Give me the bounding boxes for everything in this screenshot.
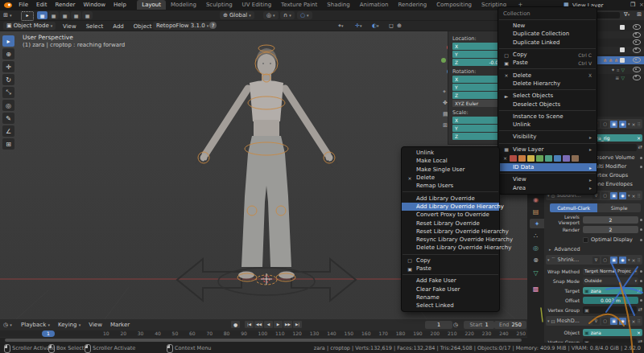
use-preview-range-icon[interactable]: ◷ [453,322,458,328]
modifier-viewport-toggle-icon[interactable]: ▣ [610,257,617,264]
jump-to-end-button[interactable]: ▶| [293,321,302,328]
mode-option-2[interactable]: ▦ [48,11,59,19]
frame-start-field[interactable]: Start1 [464,321,494,329]
move-tool-icon[interactable]: ✛ [2,61,14,72]
menu-item-view-layer[interactable]: ▦View Layer▸ [498,146,597,154]
advanced-section[interactable]: ▸Advanced [546,245,642,253]
clear-icon[interactable]: × [637,135,641,141]
wrap-method-dropdown[interactable]: Target Normal Projec▾ [583,268,638,275]
remove-view-layer-icon[interactable]: × [639,2,644,8]
modifier-edit-toggle-icon[interactable]: ∇ [592,318,600,325]
color-tag-swatch[interactable] [554,155,561,162]
blender-logo[interactable] [3,2,12,9]
modifier-extras-icon[interactable]: ▾ [628,257,630,262]
workspace-tab-animation[interactable]: Animation [355,0,394,10]
menu-item-paste[interactable]: ▣Paste [402,265,499,273]
shrinkwrap-vgroup-field[interactable]: ▣ [583,306,637,314]
color-tag-swatch[interactable] [510,155,517,162]
modifier-drag-icon[interactable]: ⠿ [638,257,641,263]
workspace-tab-layout[interactable]: Layout [137,0,166,10]
catmull-clark-button[interactable]: Catmull-Clark [550,203,597,212]
viewport-menu-select[interactable]: Select [86,23,104,30]
workspace-tab-uv-editing[interactable]: UV Editing [237,0,277,10]
menu-item-area[interactable]: Area▸ [498,183,597,191]
visibility-eye-icon[interactable] [633,57,641,63]
timeline-editor-icon[interactable]: ◷ ▾ [3,322,12,328]
modifier-cage-toggle-icon[interactable]: ▢ [601,121,609,128]
select-box-tool-icon[interactable]: ▸ [2,35,14,47]
meshdeform-modifier-header[interactable]: ▾⊡ MeshD... ∇▢▣◉ ▾×⠿ [546,316,642,326]
menu-item-new[interactable]: New [498,22,597,30]
gizmo-toggle-icon[interactable]: ⌖▾ [338,23,343,29]
visibility-eye-icon[interactable] [633,39,641,45]
menu-item-select-objects[interactable]: ►Select Objects [498,92,597,100]
pivot-dropdown[interactable]: ◎▾ [263,11,279,19]
menu-item-deselect-objects[interactable]: Deselect Objects [498,100,597,108]
menu-item-instance-to-scene[interactable]: Instance to Scene [498,113,597,121]
menu-item-id-data[interactable]: ID Data▸ [498,163,597,171]
modifier-edit-toggle-icon[interactable]: ∇ [592,257,600,264]
topbar-menu-window[interactable]: Window [79,0,109,10]
levels-viewport-field[interactable]: 2 [583,216,638,224]
ortho-toggle-icon[interactable]: ⊞ [443,122,448,129]
menu-item-select-linked[interactable]: Select Linked [402,302,499,310]
modifier-viewport-toggle-icon[interactable]: ▣ [610,121,617,128]
properties-tab-material[interactable]: ▩ [530,284,542,293]
current-frame-field[interactable]: 1 [425,321,452,329]
modifier-render-toggle-icon[interactable]: ◉ [619,192,626,199]
xray-toggle-icon[interactable]: ◐▾ [372,23,379,29]
menu-item-duplicate-linked[interactable]: Duplicate Linked [498,39,597,47]
menu-item-reset-library-override-hierarchy[interactable]: Reset Library Override Hierarchy [402,228,499,236]
menu-item-add-library-override-hierarchy[interactable]: Add Library Override Hierarchy [402,203,499,211]
retopoflow-help-icon[interactable]: ? [209,22,217,29]
snap-dropdown[interactable]: ∩▾ [280,11,295,19]
offset-field[interactable]: 0.003 m [583,297,638,304]
workspace-tab-sculpting[interactable]: Sculpting [201,0,237,10]
mode-option-4[interactable]: ▦ [71,11,81,19]
timeline-ruler[interactable]: 1 10203040506070809010011012013014015016… [0,330,527,337]
editor-type-icon[interactable]: ⊞ ▾ [3,12,12,18]
modifier-drag-icon[interactable]: ⠿ [638,121,641,127]
clear-icon[interactable]: × [637,330,641,335]
color-tag-swatch[interactable] [563,155,570,162]
mode-option-5[interactable]: ▦ [82,11,93,19]
menu-item-paste[interactable]: ▣PasteCtrl V [498,59,597,67]
viewport-menu-view[interactable]: View [63,23,76,30]
topbar-menu-render[interactable]: Render [52,0,80,10]
menu-item-add-fake-user[interactable]: Add Fake User [402,277,499,285]
rotate-tool-icon[interactable]: ↻ [2,74,14,85]
measure-tool-icon[interactable]: ∠ [2,125,14,137]
viewport-menu-object[interactable]: Object [134,23,152,30]
add-cube-tool-icon[interactable]: ⊞ [2,138,14,150]
selectable-checkbox[interactable] [620,47,625,52]
timeline-menu-keying[interactable]: Keying ▾ [58,322,80,328]
timeline-menu-view[interactable]: View [89,322,102,328]
modifier-extras-icon[interactable]: ▾ [628,121,630,126]
color-tag-swatch[interactable] [536,155,543,162]
mode-dropdown[interactable]: ▣Object Mode▾ [3,22,56,30]
visibility-eye-icon[interactable] [633,24,641,30]
auto-keying-button[interactable]: ● [231,321,241,328]
render-levels-field[interactable]: 2 [583,226,638,233]
retopoflow-menu[interactable]: RetopoFlow 3.1.0▾ [153,22,212,30]
menu-item-resync-library-override-hierarchy[interactable]: Resync Library Override Hierarchy [402,236,499,244]
properties-tab-object-data[interactable]: ▽ [530,268,542,277]
modifier-drag-icon[interactable]: ⠿ [638,193,641,199]
properties-tab-constraints[interactable]: ⊗ [530,255,542,265]
selectable-checkbox[interactable] [620,25,625,30]
menu-item-remap-users[interactable]: Remap Users [402,182,499,190]
properties-tab-render[interactable]: ◉ [530,195,542,204]
visibility-eye-icon[interactable] [633,32,641,38]
modifier-drag-icon[interactable]: ⠿ [638,318,641,324]
workspace-tab-compositing[interactable]: Compositing [431,0,477,10]
next-keyframe-button[interactable]: ▶▶ [283,321,292,328]
selectable-checkbox[interactable] [620,58,625,63]
menu-item-unlink[interactable]: Unlink [498,121,597,129]
modifier-extras-icon[interactable]: ▾ [628,193,630,198]
properties-tab-output[interactable]: ▤ [530,207,542,216]
menu-item-convert-proxy-to-override[interactable]: Convert Proxy to Override [402,211,499,219]
topbar-menu-edit[interactable]: Edit [32,0,52,10]
frame-end-field[interactable]: End250 [494,321,526,329]
properties-tab-modifiers[interactable]: ✦ [530,219,544,228]
optimal-display-checkbox[interactable] [583,237,588,243]
